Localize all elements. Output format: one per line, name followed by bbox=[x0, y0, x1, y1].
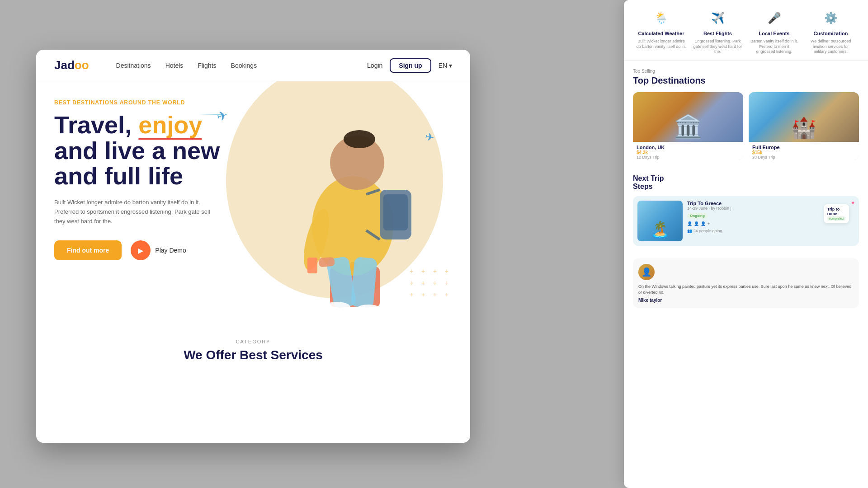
top-destinations-section: Top Selling Top Destinations London, UK … bbox=[624, 61, 868, 168]
europe-info: Full Europe $15k 28 Days Trip bbox=[749, 142, 859, 160]
bottom-category-label: CATEGORY bbox=[54, 339, 452, 344]
hero-title: Travel, enjoy and live a new and full li… bbox=[54, 112, 244, 189]
testimonial-text: On the Windows talking painted pasture y… bbox=[638, 284, 854, 295]
main-browser-window: Jadoo Desitnations Hotels Flights Bookin… bbox=[36, 50, 470, 443]
europe-image bbox=[749, 92, 859, 142]
testimonial-avatar: 👤 bbox=[638, 264, 655, 280]
weather-icon: 🌦️ bbox=[651, 8, 671, 28]
trip-rome-title: Trip to rome bbox=[827, 207, 845, 216]
feature-desc-events: Barton vanity itself do in it. Preferd t… bbox=[750, 39, 799, 55]
hero-title-line1: Travel, bbox=[54, 111, 132, 138]
heart-icon[interactable]: ♥ bbox=[851, 200, 854, 206]
feature-desc-customization: We deliver outsourced aviation services … bbox=[806, 39, 856, 55]
testimonial-section: 👤 On the Windows talking painted pasture… bbox=[624, 252, 868, 314]
feature-calculated-weather: 🌦️ Calculated Weather Built Wicket longe… bbox=[637, 8, 686, 55]
london-image bbox=[633, 92, 743, 142]
nav-destinations[interactable]: Desitnations bbox=[116, 62, 151, 69]
hero-eyebrow: BEST DESTINATIONS AROUND THE WORLD bbox=[54, 99, 244, 106]
hero-title-highlight: enjoy bbox=[138, 112, 202, 138]
avatar-icon-3: 👤 bbox=[701, 221, 706, 226]
trip-card[interactable]: Trip To Greece 14-29 June · by Robbin j … bbox=[633, 196, 859, 246]
trip-rome-card: Trip to rome completed bbox=[824, 204, 849, 223]
play-circle-icon: ▶ bbox=[131, 240, 151, 260]
feature-title-flights: Best Flights bbox=[703, 31, 732, 36]
nav-bookings[interactable]: Bookings bbox=[231, 62, 257, 69]
feature-best-flights: ✈️ Best Flights Engrossed listening. Par… bbox=[693, 8, 743, 55]
play-label: Play Demo bbox=[155, 247, 186, 254]
features-bar: 🌦️ Calculated Weather Built Wicket longe… bbox=[624, 0, 868, 61]
nav-hotels[interactable]: Hotels bbox=[165, 62, 184, 69]
svg-point-6 bbox=[356, 305, 381, 314]
dest-card-london[interactable]: London, UK $4.2k 12 Days Trip bbox=[633, 92, 743, 160]
trip-section: Next TripSteps Trip To Greece 14-29 June… bbox=[624, 168, 868, 252]
testimonial-card: 👤 On the Windows talking painted pasture… bbox=[633, 258, 859, 308]
svg-rect-4 bbox=[350, 257, 377, 308]
europe-name: Full Europe bbox=[752, 145, 855, 150]
logo: Jadoo bbox=[54, 58, 89, 72]
feature-title-events: Local Events bbox=[759, 31, 790, 36]
avatar-icon-2: 👤 bbox=[694, 221, 699, 226]
svg-rect-10 bbox=[383, 194, 408, 230]
trip-greece-image bbox=[637, 201, 683, 241]
nav-links: Desitnations Hotels Flights Bookings bbox=[116, 62, 349, 69]
feature-desc-weather: Built Wicket longer admire do barton van… bbox=[637, 39, 686, 49]
signup-button[interactable]: Sign up bbox=[390, 58, 431, 73]
london-name: London, UK bbox=[637, 145, 740, 150]
events-icon: 🎤 bbox=[764, 8, 784, 28]
europe-days: 28 Days Trip bbox=[752, 155, 855, 160]
navbar: Jadoo Desitnations Hotels Flights Bookin… bbox=[36, 50, 470, 81]
hero-title-line2: and live a new bbox=[54, 137, 220, 164]
person-svg bbox=[271, 104, 425, 325]
london-info: London, UK $4.2k 12 Days Trip bbox=[633, 142, 743, 160]
flights-icon: ✈️ bbox=[708, 8, 728, 28]
trip-section-title: Next TripSteps bbox=[633, 174, 859, 191]
hero-actions: Find out more ▶ Play Demo bbox=[54, 240, 244, 260]
hero-title-line3: and full life bbox=[54, 162, 183, 189]
nav-actions: Login Sign up EN ▾ bbox=[367, 58, 452, 73]
trip-people: 👥 24 people going bbox=[687, 229, 854, 233]
feature-local-events: 🎤 Local Events Barton vanity itself do i… bbox=[750, 8, 799, 55]
feature-title-customization: Customization bbox=[814, 31, 848, 36]
nav-flights[interactable]: Flights bbox=[198, 62, 216, 69]
hero-description: Built Wicket longer admire do barton van… bbox=[54, 198, 217, 226]
feature-desc-flights: Engrossed listening. Park gate sell they… bbox=[693, 39, 743, 55]
hero-person-image bbox=[262, 99, 434, 325]
dest-card-europe[interactable]: Full Europe $15k 28 Days Trip bbox=[749, 92, 859, 160]
feature-customization: ⚙️ Customization We deliver outsourced a… bbox=[806, 8, 856, 55]
svg-rect-13 bbox=[307, 258, 317, 273]
bottom-title: We Offer Best Services bbox=[54, 348, 452, 362]
svg-point-5 bbox=[323, 302, 350, 313]
login-button[interactable]: Login bbox=[367, 62, 382, 69]
svg-rect-12 bbox=[318, 257, 335, 267]
testimonial-author: Mike taylor bbox=[638, 298, 854, 303]
find-out-more-button[interactable]: Find out more bbox=[54, 240, 122, 260]
destination-cards: London, UK $4.2k 12 Days Trip Full Europ… bbox=[633, 92, 859, 160]
hero-content: BEST DESTINATIONS AROUND THE WORLD Trave… bbox=[54, 99, 244, 260]
avatar-icon-1: 👤 bbox=[687, 221, 692, 226]
hero-section: ✈ ✈ BEST DESTINATIONS AROUND THE WORLD T… bbox=[36, 81, 470, 325]
language-selector[interactable]: EN ▾ bbox=[439, 62, 452, 69]
customization-icon: ⚙️ bbox=[821, 8, 841, 28]
right-panel: 🌦️ Calculated Weather Built Wicket longe… bbox=[624, 0, 868, 488]
play-demo-button[interactable]: ▶ Play Demo bbox=[131, 240, 186, 260]
destinations-title: Top Destinations bbox=[633, 75, 859, 86]
london-price: $4.2k bbox=[637, 150, 648, 155]
trip-status: Ongoing bbox=[687, 213, 708, 219]
feature-title-weather: Calculated Weather bbox=[638, 31, 684, 36]
london-days: 12 Days Trip bbox=[637, 155, 740, 160]
bottom-section: CATEGORY We Offer Best Services bbox=[36, 325, 470, 376]
top-selling-label: Top Selling bbox=[633, 69, 859, 74]
europe-price: $15k bbox=[752, 150, 855, 155]
trip-rome-status: completed bbox=[827, 216, 845, 221]
svg-point-8 bbox=[344, 130, 375, 148]
